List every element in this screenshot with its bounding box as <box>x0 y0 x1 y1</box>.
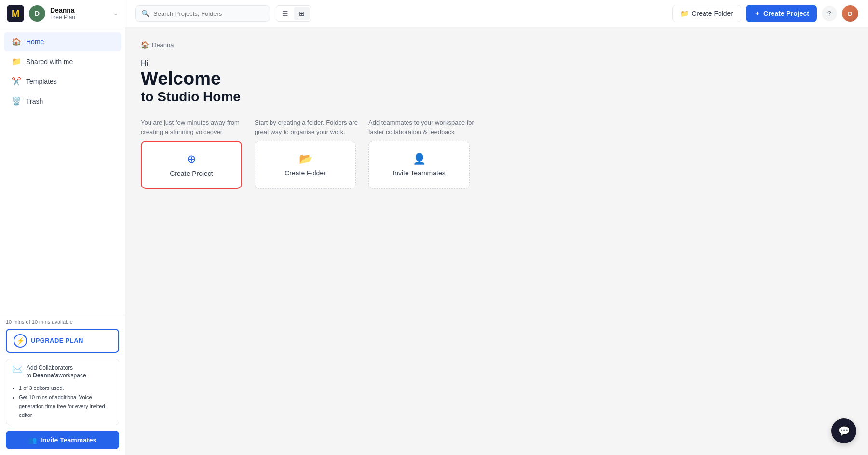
collab-list: 1 of 3 editors used. Get 10 mins of addi… <box>12 384 113 420</box>
trash-icon: 🗑️ <box>12 96 21 106</box>
create-folder-desc: Start by creating a folder. Folders are … <box>255 118 361 137</box>
sidebar-item-templates[interactable]: ✂️ Templates <box>4 72 121 91</box>
sidebar-item-label: Shared with me <box>26 58 73 66</box>
plus-circle-icon: ＋ <box>754 9 760 18</box>
user-name: Deanna <box>50 6 108 14</box>
sidebar-nav: 🏠 Home 📁 Shared with me ✂️ Templates 🗑️ … <box>0 27 125 313</box>
create-project-header-button[interactable]: ＋ Create Project <box>746 5 817 22</box>
usage-text: 10 mins of 10 mins available <box>6 319 119 325</box>
upgrade-icon: ⚡ <box>14 334 27 348</box>
scissors-icon: ✂️ <box>12 77 21 86</box>
logo-icon: M <box>12 9 20 18</box>
collab-title: Add Collaborators to Deanna'sworkspace <box>27 364 86 380</box>
envelope-icon: ✉️ <box>12 364 23 375</box>
chevron-down-icon: ⌄ <box>113 10 118 17</box>
user-plan: Free Plan <box>50 14 108 21</box>
user-avatar-topbar[interactable]: D <box>842 5 858 22</box>
collab-header: ✉️ Add Collaborators to Deanna'sworkspac… <box>12 364 113 380</box>
chat-widget[interactable]: 💬 <box>831 418 856 443</box>
user-avatar-sidebar: D <box>29 5 45 22</box>
add-user-card-icon: 👤 <box>413 153 426 165</box>
collaborator-box: ✉️ Add Collaborators to Deanna'sworkspac… <box>6 359 119 425</box>
sidebar-item-trash[interactable]: 🗑️ Trash <box>4 92 121 110</box>
chat-icon: 💬 <box>838 425 850 437</box>
welcome-title: Welcome <box>141 69 853 89</box>
sidebar-header[interactable]: M D Deanna Free Plan ⌄ <box>0 0 125 27</box>
create-project-desc: You are just few minutes away from creat… <box>141 118 247 137</box>
search-box[interactable]: 🔍 <box>135 5 270 22</box>
plus-circle-card-icon: ⊕ <box>187 152 196 166</box>
folder-plus-card-icon: 📂 <box>299 153 312 165</box>
home-breadcrumb-icon: 🏠 <box>141 41 149 49</box>
grid-view-button[interactable]: ⊞ <box>294 7 310 20</box>
create-folder-card[interactable]: 📂 Create Folder <box>255 141 356 189</box>
breadcrumb-label: Deanna <box>152 41 174 49</box>
welcome-hi: Hi, <box>141 59 853 68</box>
view-toggles: ☰ ⊞ <box>276 5 311 22</box>
sidebar: M D Deanna Free Plan ⌄ 🏠 Home 📁 Shared w… <box>0 0 125 455</box>
sidebar-item-home[interactable]: 🏠 Home <box>4 32 121 51</box>
breadcrumb: 🏠 Deanna <box>141 41 853 49</box>
topbar: 🔍 ☰ ⊞ 📁 Create Folder ＋ Create Project ?… <box>125 0 868 27</box>
content-area: 🏠 Deanna Hi, Welcome to Studio Home You … <box>125 27 868 455</box>
create-folder-card-label: Create Folder <box>285 169 326 177</box>
topbar-right: 📁 Create Folder ＋ Create Project ? D <box>672 5 858 22</box>
create-folder-card-wrapper: Start by creating a folder. Folders are … <box>255 118 361 189</box>
create-folder-label: Create Folder <box>692 10 733 17</box>
invite-teammates-sidebar-button[interactable]: 👥 Invite Teammates <box>6 431 119 449</box>
create-project-card-wrapper: You are just few minutes away from creat… <box>141 118 247 189</box>
create-project-card[interactable]: ⊕ Create Project <box>141 141 242 189</box>
welcome-subtitle: to Studio Home <box>141 89 853 105</box>
create-folder-header-button[interactable]: 📁 Create Folder <box>672 5 741 22</box>
upgrade-label: UPGRADE PLAN <box>31 337 83 344</box>
sidebar-item-label: Trash <box>26 97 43 105</box>
create-project-card-label: Create Project <box>170 170 213 177</box>
folder-plus-icon: 📁 <box>680 10 689 17</box>
search-input[interactable] <box>153 10 264 17</box>
main-area: 🔍 ☰ ⊞ 📁 Create Folder ＋ Create Project ?… <box>125 0 868 455</box>
help-button[interactable]: ? <box>822 6 837 21</box>
sidebar-item-label: Home <box>26 38 44 46</box>
invite-teammates-desc: Add teammates to your workspace for fast… <box>368 118 475 137</box>
collab-bullet-1: 1 of 3 editors used. <box>19 384 113 393</box>
invite-teammates-card[interactable]: 👤 Invite Teammates <box>368 141 470 189</box>
sidebar-item-label: Templates <box>26 78 57 85</box>
list-view-button[interactable]: ☰ <box>277 7 293 20</box>
sidebar-bottom: 10 mins of 10 mins available ⚡ UPGRADE P… <box>0 313 125 455</box>
upgrade-plan-button[interactable]: ⚡ UPGRADE PLAN <box>6 329 119 353</box>
add-user-icon: 👥 <box>28 436 37 444</box>
invite-btn-label: Invite Teammates <box>41 436 96 444</box>
invite-teammates-card-label: Invite Teammates <box>393 169 445 177</box>
create-project-label: Create Project <box>763 10 809 17</box>
user-info: Deanna Free Plan <box>50 6 108 21</box>
search-icon: 🔍 <box>141 10 149 17</box>
action-cards: You are just few minutes away from creat… <box>141 118 853 189</box>
folder-icon: 📁 <box>12 57 21 66</box>
invite-teammates-card-wrapper: Add teammates to your workspace for fast… <box>368 118 475 189</box>
collab-bullet-2: Get 10 mins of additional Voice generati… <box>19 393 113 420</box>
sidebar-item-shared[interactable]: 📁 Shared with me <box>4 52 121 71</box>
logo-box: M <box>7 5 24 22</box>
home-icon: 🏠 <box>12 37 21 46</box>
